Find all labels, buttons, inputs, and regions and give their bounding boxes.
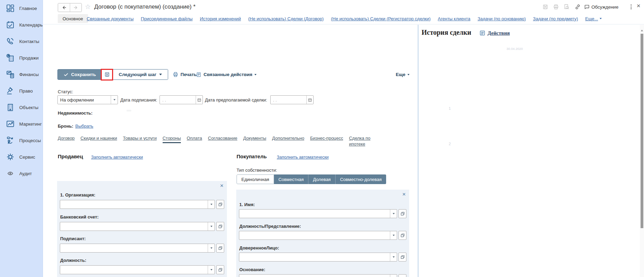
tab-approval[interactable]: Согласование bbox=[208, 136, 237, 141]
ownership-option-joint-shared[interactable]: Совместно-долевая bbox=[336, 174, 386, 184]
next-step-button[interactable]: Следующий шаг bbox=[113, 70, 168, 79]
save-icon[interactable] bbox=[542, 3, 549, 10]
ownership-option-sole[interactable]: Единоличная bbox=[237, 174, 274, 184]
deal-history-actions-link[interactable]: Действия bbox=[488, 30, 510, 36]
tab-goods-services[interactable]: Товары и услуги bbox=[123, 136, 157, 141]
tab-business-process[interactable]: Бизнес-процесс bbox=[310, 136, 343, 141]
tab-discounts[interactable]: Скидки и наценки bbox=[80, 136, 117, 141]
buyer-autofill-link[interactable]: Заполнить автоматически bbox=[277, 155, 329, 160]
print-icon[interactable] bbox=[553, 3, 559, 10]
status-dropdown-button[interactable] bbox=[111, 96, 118, 104]
preview-icon[interactable] bbox=[563, 3, 570, 10]
expected-deal-calendar-button[interactable] bbox=[306, 96, 313, 104]
more-button[interactable]: Еще bbox=[396, 69, 410, 80]
back-button[interactable] bbox=[58, 3, 70, 12]
ownership-option-joint[interactable]: Совместная bbox=[274, 174, 308, 184]
nav-link-deals-registrar[interactable]: (Не использовать) Сделки (Регистратор сд… bbox=[331, 16, 430, 21]
buyer-basis-input[interactable] bbox=[239, 274, 397, 277]
nav-link-attached-files[interactable]: Присоединенные файлы bbox=[141, 16, 193, 21]
buyer-name-dropdown[interactable] bbox=[390, 210, 397, 218]
tab-additional[interactable]: Дополнительно bbox=[272, 136, 304, 141]
seller-signer-input[interactable] bbox=[60, 244, 215, 253]
print-button[interactable]: Печать bbox=[173, 69, 197, 80]
sidebar-item-objects[interactable]: Объекты bbox=[0, 99, 43, 116]
tab-contract[interactable]: Договор bbox=[58, 136, 75, 141]
nav-link-related-docs[interactable]: Связанные документы bbox=[87, 16, 134, 21]
sidebar-item-processes[interactable]: Процессы bbox=[0, 132, 43, 149]
buyer-trustee-input[interactable] bbox=[239, 253, 397, 262]
seller-bank-account-text[interactable] bbox=[60, 222, 208, 231]
tab-mortgage-deal[interactable]: Сделка по ипотеке bbox=[349, 136, 372, 147]
scrollbar-thumb[interactable] bbox=[641, 34, 643, 228]
seller-bank-account-input[interactable] bbox=[60, 222, 215, 231]
seller-signer-text[interactable] bbox=[60, 244, 208, 252]
sidebar-item-audit[interactable]: Аудит bbox=[0, 165, 43, 182]
seller-autofill-link[interactable]: Заполнить автоматически bbox=[91, 155, 143, 160]
nav-link-change-history[interactable]: История изменений bbox=[200, 16, 241, 21]
header-separator bbox=[43, 24, 644, 24]
forward-button[interactable] bbox=[70, 3, 81, 12]
signing-date-calendar-button[interactable] bbox=[196, 96, 203, 104]
sidebar-item-law[interactable]: Право bbox=[0, 83, 43, 99]
scrollbar-up-arrow[interactable] bbox=[641, 30, 643, 31]
sidebar-item-marketing[interactable]: Маркетинг bbox=[0, 116, 43, 132]
buyer-position-dropdown[interactable] bbox=[390, 231, 397, 239]
buyer-panel-close-icon[interactable]: × bbox=[402, 191, 406, 197]
favorite-star-icon[interactable]: ☆ bbox=[85, 3, 91, 10]
seller-signer-open-button[interactable] bbox=[216, 244, 224, 253]
sidebar-item-sales[interactable]: Продажи bbox=[0, 50, 43, 66]
nav-link-tasks-by-basis[interactable]: Задачи (по основанию) bbox=[478, 16, 526, 21]
seller-bank-account-dropdown[interactable] bbox=[208, 222, 215, 231]
sidebar-item-main[interactable]: Главное bbox=[0, 0, 43, 17]
sidebar-item-finance[interactable]: Финансы bbox=[0, 66, 43, 83]
expected-deal-date-input[interactable]: . . bbox=[270, 95, 314, 104]
sidebar-item-service[interactable]: Сервис bbox=[0, 149, 43, 165]
buyer-position-input[interactable] bbox=[239, 231, 397, 240]
nav-link-deals-contract[interactable]: (Не использовать) Сделки (Договор) bbox=[248, 16, 324, 21]
discussion-icon[interactable] bbox=[583, 3, 590, 10]
seller-organization-text[interactable] bbox=[60, 200, 208, 209]
buyer-name-input[interactable] bbox=[239, 209, 397, 218]
nav-link-more[interactable]: Еще... bbox=[585, 16, 602, 21]
seller-organization-dropdown[interactable] bbox=[208, 200, 215, 209]
nav-link-tasks-by-subject[interactable]: Задачи (по предмету) bbox=[533, 16, 578, 21]
buyer-trustee-text[interactable] bbox=[239, 253, 390, 261]
seller-bank-account-open-button[interactable] bbox=[216, 222, 224, 231]
nav-link-client-agents[interactable]: Агенты клиента bbox=[438, 16, 470, 21]
seller-position-text[interactable] bbox=[60, 266, 208, 274]
seller-position-dropdown[interactable] bbox=[208, 266, 215, 274]
related-actions-button[interactable]: Связанные действия bbox=[196, 69, 256, 80]
tab-parties[interactable]: Стороны bbox=[163, 136, 181, 143]
booking-select-link[interactable]: Выбрать bbox=[75, 124, 93, 129]
seller-position-input[interactable] bbox=[60, 265, 215, 274]
sidebar-item-contacts[interactable]: Контакты bbox=[0, 33, 43, 50]
ownership-option-shared[interactable]: Долевая bbox=[308, 174, 336, 184]
sidebar-item-calendar[interactable]: Календарь bbox=[0, 17, 43, 33]
buyer-basis-text[interactable] bbox=[239, 275, 390, 277]
close-icon[interactable]: × bbox=[635, 2, 642, 10]
seller-signer-dropdown[interactable] bbox=[208, 244, 215, 252]
buyer-position-open-button[interactable] bbox=[399, 231, 406, 240]
actions-list-icon[interactable] bbox=[479, 30, 485, 36]
tab-main[interactable]: Основное bbox=[58, 14, 88, 23]
buyer-name-open-button[interactable] bbox=[399, 209, 406, 218]
seller-position-open-button[interactable] bbox=[216, 265, 224, 274]
buyer-position-text[interactable] bbox=[239, 231, 390, 239]
buyer-basis-open-button[interactable] bbox=[399, 274, 406, 277]
quick-save-button[interactable] bbox=[102, 70, 113, 79]
tab-documents[interactable]: Документы bbox=[243, 136, 266, 141]
discussion-label[interactable]: Обсуждение bbox=[591, 4, 619, 10]
tab-payment[interactable]: Оплата bbox=[187, 136, 202, 141]
buyer-trustee-open-button[interactable] bbox=[399, 253, 406, 262]
save-button[interactable]: Сохранить bbox=[58, 70, 102, 79]
signing-date-input[interactable]: . . bbox=[160, 95, 203, 104]
buyer-trustee-dropdown[interactable] bbox=[390, 253, 397, 261]
status-select[interactable]: На оформлении bbox=[57, 95, 118, 104]
more-menu-icon[interactable] bbox=[628, 4, 634, 10]
seller-panel-close-icon[interactable]: × bbox=[220, 183, 223, 189]
link-icon[interactable] bbox=[574, 3, 581, 10]
seller-organization-input[interactable] bbox=[60, 200, 215, 209]
buyer-name-text[interactable] bbox=[239, 210, 390, 218]
buyer-basis-dropdown[interactable] bbox=[390, 275, 397, 277]
seller-organization-open-button[interactable] bbox=[216, 200, 224, 209]
